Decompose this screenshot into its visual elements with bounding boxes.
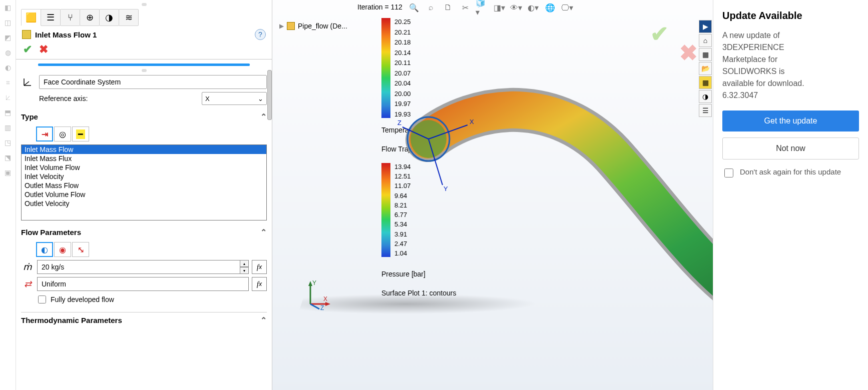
dont-ask-row[interactable]: Don't ask again for this update — [722, 168, 859, 179]
taskpane-appearance-icon[interactable]: ◑ — [699, 90, 712, 103]
strip-icon[interactable]: ◩ — [3, 32, 14, 43]
flow-opening-icon[interactable]: ⇥ — [36, 126, 53, 142]
legend-colorbar — [381, 163, 390, 257]
taskpane-3dx-icon[interactable]: ▶ — [699, 20, 712, 33]
taskpane-resources-icon[interactable]: ▦ — [699, 48, 712, 61]
fx-button[interactable]: fx — [252, 260, 267, 274]
spin-up[interactable]: ▴ — [240, 260, 249, 267]
zoom-fit-icon[interactable]: 🔍 — [407, 1, 420, 14]
section-type-label: Type — [21, 112, 38, 121]
prev-view-icon[interactable]: 🗋 — [442, 1, 455, 14]
render-icon[interactable]: 🖵▾ — [561, 1, 574, 14]
type-option[interactable]: Inlet Mass Flow — [22, 145, 266, 154]
hide-show-icon[interactable]: 👁▾ — [510, 1, 523, 14]
vectors-icon[interactable]: ⤡ — [72, 242, 89, 257]
tab-flow-icon[interactable]: ≋ — [119, 9, 139, 26]
ref-axis-select[interactable]: X ⌄ — [202, 92, 267, 105]
tab-target-icon[interactable]: ⊕ — [80, 9, 100, 26]
appearance-icon[interactable]: ◐▾ — [527, 1, 540, 14]
panel-scrollbar[interactable] — [267, 70, 272, 120]
panel-drag-handle[interactable] — [16, 0, 272, 9]
display-style-icon[interactable]: ◨▾ — [493, 1, 506, 14]
ok-button[interactable]: ✔ — [23, 43, 32, 56]
tree-item-label[interactable]: Pipe_flow (De... — [298, 22, 347, 30]
profile-input[interactable] — [37, 277, 249, 291]
swirl-icon[interactable]: ◉ — [54, 242, 71, 257]
strip-icon[interactable]: ⌗ — [3, 77, 14, 88]
legend-value: 20.14 — [394, 49, 411, 56]
tab-list-icon[interactable]: ☰ — [41, 9, 61, 26]
collapse-icon[interactable]: ⌃ — [260, 316, 267, 325]
collapse-icon[interactable]: ⌃ — [260, 112, 267, 122]
fully-developed-checkbox-row[interactable]: Fully developed flow — [36, 294, 267, 305]
tab-appearance-icon[interactable]: ◑ — [99, 9, 119, 26]
fully-developed-checkbox[interactable] — [38, 296, 46, 304]
heads-up-toolbar: 🔍 ⌕ 🗋 ✂ 🧊▾ ◨▾ 👁▾ ◐▾ 🌐 🖵▾ — [407, 1, 574, 14]
strip-icon[interactable]: ⬒ — [3, 107, 14, 118]
type-option[interactable]: Outlet Volume Flow — [22, 190, 266, 199]
property-panel: 🟨 ☰ ⑂ ⊕ ◑ ≋ Inlet Mass Flow 1 ? ✔ ✖ Face… — [16, 0, 272, 390]
type-option[interactable]: Outlet Mass Flow — [22, 181, 266, 190]
tree-expand-icon[interactable]: ▶ — [279, 22, 284, 30]
collapse-icon[interactable]: ⌃ — [260, 228, 267, 237]
type-option[interactable]: Inlet Mass Flux — [22, 154, 266, 163]
legend-value: 20.21 — [394, 28, 411, 36]
section-view-icon[interactable]: ✂ — [459, 1, 472, 14]
update-title: Update Available — [722, 10, 859, 22]
spin-down[interactable]: ▾ — [240, 267, 249, 274]
dont-ask-checkbox[interactable] — [724, 168, 733, 178]
type-listbox[interactable]: Inlet Mass FlowInlet Mass FluxInlet Volu… — [21, 144, 267, 220]
scene-icon[interactable]: 🌐 — [544, 1, 557, 14]
type-option[interactable]: Outlet Velocity — [22, 199, 266, 208]
wall-icon[interactable]: ━ — [72, 126, 89, 142]
fx-button[interactable]: fx — [252, 277, 267, 291]
strip-icon[interactable]: ◐ — [3, 62, 14, 73]
part-icon — [287, 22, 295, 30]
not-now-button[interactable]: Not now — [722, 138, 859, 160]
section-drag-handle[interactable] — [21, 69, 267, 72]
coord-sys-icon — [21, 76, 34, 88]
normal-to-face-icon[interactable]: ◐ — [36, 242, 53, 257]
cancel-button[interactable]: ✖ — [39, 43, 48, 56]
section-flow-params-label: Flow Parameters — [21, 228, 81, 236]
pressure-opening-icon[interactable]: ◎ — [54, 126, 71, 142]
legend-colorbar — [381, 18, 390, 118]
legend-value: 20.18 — [394, 38, 411, 46]
tab-feature-icon[interactable]: 🟨 — [21, 9, 41, 26]
taskpane-home-icon[interactable]: ⌂ — [699, 34, 712, 47]
strip-icon[interactable]: ⟀ — [3, 92, 14, 103]
strip-icon[interactable]: ⬔ — [3, 152, 14, 163]
type-option[interactable]: Inlet Velocity — [22, 172, 266, 181]
strip-icon[interactable]: ◫ — [3, 17, 14, 28]
strip-icon[interactable]: ◧ — [3, 2, 14, 13]
orientation-triad[interactable]: Y X Z — [301, 280, 331, 310]
taskpane-library-icon[interactable]: 📂 — [699, 62, 712, 75]
taskpane-view-palette-icon[interactable]: ▦ — [699, 76, 712, 89]
strip-icon[interactable]: ◍ — [3, 47, 14, 58]
strip-icon[interactable]: ◳ — [3, 137, 14, 148]
accept-overlay-icon[interactable]: ✔ — [650, 21, 669, 46]
legend-value: 20.11 — [394, 59, 411, 66]
panel-tabbar: 🟨 ☰ ⑂ ⊕ ◑ ≋ — [16, 9, 272, 26]
tab-tree-icon[interactable]: ⑂ — [60, 9, 80, 26]
view-orient-icon[interactable]: 🧊▾ — [476, 1, 489, 14]
taskpane-properties-icon[interactable]: ☰ — [699, 104, 712, 117]
zoom-area-icon[interactable]: ⌕ — [424, 1, 438, 14]
type-option[interactable]: Inlet Volume Flow — [22, 163, 266, 172]
reject-overlay-icon[interactable]: ✖ — [679, 40, 698, 66]
ref-axis-value: X — [205, 95, 210, 102]
update-body: A new update of 3DEXPERIENCE Marketplace… — [722, 30, 859, 102]
coord-system-field[interactable]: Face Coordinate System — [39, 75, 267, 89]
svg-text:Z: Z — [320, 304, 324, 310]
help-icon[interactable]: ? — [255, 29, 266, 40]
get-update-button[interactable]: Get the update — [722, 110, 859, 132]
strip-icon[interactable]: ▣ — [3, 167, 14, 178]
ground-shadow — [298, 294, 565, 314]
legend-value: 20.07 — [394, 70, 411, 77]
dont-ask-label: Don't ask again for this update — [740, 168, 841, 176]
strip-icon[interactable]: ▥ — [3, 122, 14, 133]
flyout-tree[interactable]: ▶ Pipe_flow (De... — [279, 22, 347, 30]
update-notification-panel: Update Available A new update of 3DEXPER… — [713, 0, 868, 390]
mass-flow-input[interactable] — [37, 260, 240, 274]
graphics-viewport[interactable]: Iteration = 112 🔍 ⌕ 🗋 ✂ 🧊▾ ◨▾ 👁▾ ◐▾ 🌐 🖵▾… — [272, 0, 713, 390]
